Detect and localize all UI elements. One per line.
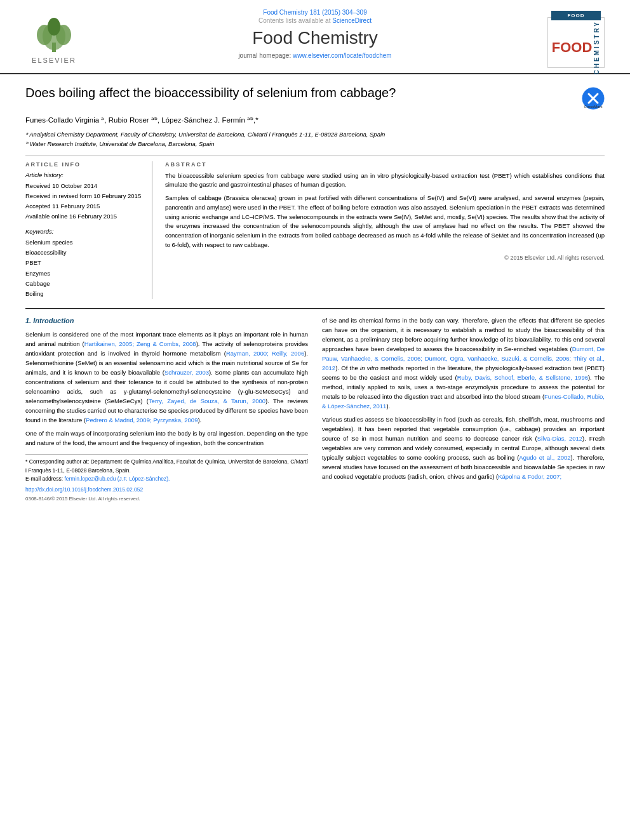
abstract-p1: The bioaccessible selenium species from … — [165, 171, 605, 190]
journal-header-top: ELSEVIER Contents lists available at Sci… — [25, 17, 605, 68]
journal-center: Contents lists available at ScienceDirec… — [83, 17, 547, 59]
ref-schrauzer[interactable]: Schrauzer, 2003 — [164, 369, 209, 376]
body-right-col: of Se and its chemical forms in the body… — [322, 316, 605, 503]
abstract-p2: Samples of cabbage (Brassica oleracea) g… — [165, 194, 605, 250]
fc-logo-food: FOOD — [552, 39, 593, 56]
fc-logo-top: FOOD — [551, 11, 601, 20]
fc-logo-inner: FOOD CHEMISTRY — [552, 20, 601, 75]
fc-logo-chemistry-vert: CHEMISTRY — [593, 20, 600, 75]
body-left-col: 1. Introduction Selenium is considered o… — [25, 316, 308, 503]
ref-pedrero[interactable]: Pedrero & Madrid, 2009; Pyrzynska, 2009 — [86, 417, 198, 423]
article-info-col: ARTICLE INFO Article history: Received 1… — [25, 161, 152, 299]
affiliation-a: ᵃ Analytical Chemistry Department, Facul… — [25, 130, 605, 139]
journal-homepage: journal homepage: www.elsevier.com/locat… — [95, 52, 535, 59]
elsevier-logo: ELSEVIER — [25, 17, 83, 64]
intro-p2: One of the main ways of incorporating se… — [25, 429, 308, 448]
section1-heading: 1. Introduction — [25, 316, 308, 326]
keyword-boiling: Boiling — [25, 289, 143, 299]
footnote-email-value: fermin.lopez@ub.edu (J.F. López-Sánchez)… — [64, 476, 170, 482]
svg-text:CrossMark: CrossMark — [584, 105, 603, 109]
affiliation-b: ᵇ Water Research Institute, Universitat … — [25, 139, 605, 149]
page: Food Chemistry 181 (2015) 304–309 ELSEVI… — [0, 0, 630, 840]
authors-text: Funes-Collado Virginia ᵃ, Rubio Roser ᵃᵇ… — [25, 116, 258, 124]
ref-kapolna[interactable]: Kápolna & Fodor, 2007; — [498, 473, 561, 480]
affiliations: ᵃ Analytical Chemistry Department, Facul… — [25, 130, 605, 149]
food-chemistry-logo: FOOD FOOD CHEMISTRY — [547, 17, 605, 68]
copyright-line: © 2015 Elsevier Ltd. All rights reserved… — [165, 255, 605, 261]
divider-1 — [25, 156, 605, 156]
body-divider — [25, 308, 605, 309]
footnote-star: * Corresponding author at: Departament d… — [25, 458, 308, 474]
issn-line: 0308-8146/© 2015 Elsevier Ltd. All right… — [25, 495, 308, 503]
ref-funes[interactable]: Funes-Collado, Rubio, & López-Sánchez, 2… — [322, 393, 605, 410]
intro-p1: Selenium is considered one of the most i… — [25, 330, 308, 425]
journal-title: Food Chemistry — [95, 28, 535, 48]
keyword-selenium: Selenium species — [25, 237, 143, 248]
right-p1: of Se and its chemical forms in the body… — [322, 316, 605, 411]
doi-line[interactable]: http://dx.doi.org/10.1016/j.foodchem.201… — [25, 486, 308, 494]
homepage-prefix: journal homepage: — [238, 52, 291, 59]
received-revised: Received in revised form 10 February 201… — [25, 191, 143, 201]
keyword-pbet: PBET — [25, 258, 143, 268]
accepted-date: Accepted 11 February 2015 — [25, 201, 143, 211]
footnote-email: E-mail address: fermin.lopez@ub.edu (J.F… — [25, 475, 308, 483]
abstract-col: ABSTRACT The bioaccessible selenium spec… — [165, 161, 605, 299]
keyword-cabbage: Cabbage — [25, 279, 143, 289]
article-two-col: ARTICLE INFO Article history: Received 1… — [25, 161, 605, 299]
footnote-area: * Corresponding author at: Departament d… — [25, 454, 308, 503]
ref-agudo[interactable]: Agudo et al., 2002 — [519, 454, 570, 461]
journal-header: Food Chemistry 181 (2015) 304–309 ELSEVI… — [0, 0, 630, 74]
sciencedirect-link-text[interactable]: ScienceDirect — [332, 17, 372, 24]
homepage-url[interactable]: www.elsevier.com/locate/foodchem — [293, 52, 392, 59]
article-info-label: ARTICLE INFO — [25, 161, 143, 168]
elsevier-tree-icon — [32, 17, 76, 55]
keyword-bioaccessibility: Bioaccessibility — [25, 248, 143, 258]
received-date: Received 10 October 2014 — [25, 181, 143, 191]
abstract-text: The bioaccessible selenium species from … — [165, 171, 605, 250]
abstract-label: ABSTRACT — [165, 161, 605, 168]
keyword-enzymes: Enzymes — [25, 269, 143, 279]
article-history-label: Article history: — [25, 171, 143, 178]
ref-silvadias[interactable]: Silva-Dias, 2012 — [537, 435, 582, 442]
keywords-label: Keywords: — [25, 228, 143, 235]
authors-line: Funes-Collado Virginia ᵃ, Rubio Roser ᵃᵇ… — [25, 115, 605, 126]
article-content: Does boiling affect the bioaccessibility… — [0, 74, 630, 513]
right-p2: Various studies assess Se bioaccessibili… — [322, 415, 605, 481]
ref-hartikainen[interactable]: Hartikainen, 2005; Zeng & Combs, 2008 — [84, 340, 196, 347]
available-online: Available online 16 February 2015 — [25, 211, 143, 222]
svg-point-4 — [48, 18, 60, 36]
footnote-email-label: E-mail address: — [25, 476, 63, 482]
journal-ref: Food Chemistry 181 (2015) 304–309 — [25, 6, 605, 17]
article-title: Does boiling affect the bioaccessibility… — [25, 84, 582, 101]
journal-ref-text: Food Chemistry 181 (2015) 304–309 — [263, 9, 366, 16]
sciencedirect-line: Contents lists available at ScienceDirec… — [95, 17, 535, 24]
ref-rayman[interactable]: Rayman, 2000; Reilly, 2006 — [226, 350, 304, 357]
body-two-col: 1. Introduction Selenium is considered o… — [25, 316, 605, 503]
elsevier-label: ELSEVIER — [32, 57, 76, 64]
ref-ruby[interactable]: Ruby, Davis, Schoof, Eberle, & Sellstone… — [457, 374, 588, 381]
sciencedirect-prefix: Contents lists available at — [258, 17, 330, 24]
ref-terry[interactable]: Terry, Zayed, de Souza, & Tarun, 2000 — [149, 397, 265, 404]
article-title-row: Does boiling affect the bioaccessibility… — [25, 84, 605, 110]
crossmark-icon: CrossMark — [582, 87, 605, 110]
